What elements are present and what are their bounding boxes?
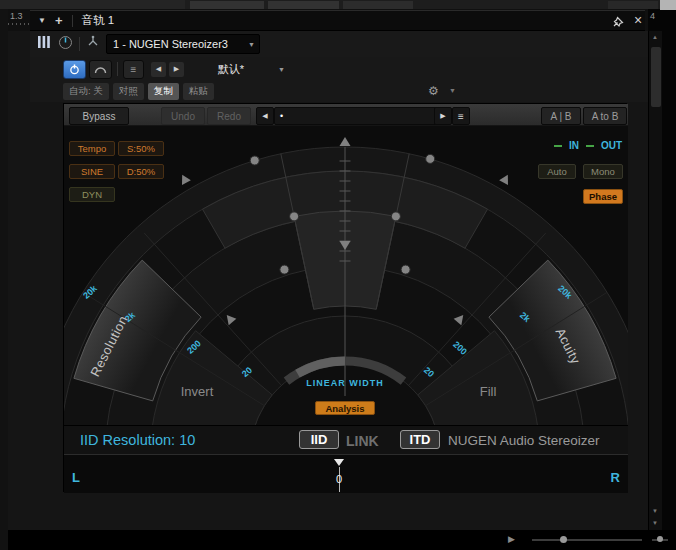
in-led [554,145,562,147]
pan-left-label: L [72,470,80,485]
plugin-slot-row: 1 - NUGEN Stereoizer3 ▼ [30,31,648,57]
top-strip-block [0,0,185,9]
zoom-slider-thumb[interactable] [657,536,663,542]
mixer-icon[interactable] [36,35,52,53]
scrollbar-thumb[interactable] [651,47,661,107]
divider [79,37,80,51]
out-led [586,145,594,147]
scroll-down-icon[interactable]: ▼ [652,508,658,514]
plugin-slot-label: 1 - NUGEN Stereoizer3 [113,38,228,50]
sync-amount-button[interactable]: S:50% [118,141,164,156]
undo-button[interactable]: Undo [161,107,205,125]
depth-amount-button[interactable]: D:50% [118,164,164,179]
itd-button[interactable]: ITD [400,430,440,449]
bypass-icon-button[interactable] [89,60,112,79]
top-strip-block [190,1,264,9]
pan-knob-icon[interactable] [58,35,73,54]
link-button[interactable]: LINK [346,433,379,449]
preset-menu-button[interactable]: ≡ [452,107,470,125]
tempo-button[interactable]: Tempo [69,141,115,156]
h-scrollbar-track[interactable] [532,539,642,541]
pan-strip[interactable]: L R 0 [64,454,628,493]
dyn-button[interactable]: DYN [69,187,115,202]
pan-value: 0 [336,473,342,485]
chevron-down-icon: ▼ [248,41,255,48]
top-strip [0,0,676,9]
scroll-down-icon[interactable]: ▼ [652,520,658,526]
plugin-window: Bypass Undo Redo ◀ • ▶ ≡ A | B A to B [63,103,627,492]
tab-copy[interactable]: 复制 [148,83,179,100]
vertical-scrollbar[interactable]: ▲ ▼ ▼ [648,31,662,530]
pin-icon[interactable] [612,14,625,32]
iid-button[interactable]: IID [299,430,339,449]
ruler-mark-right: 4 [650,11,655,21]
in-label[interactable]: IN [569,140,579,151]
plugin-toolbar: Bypass Undo Redo ◀ • ▶ ≡ A | B A to B [64,104,628,126]
width-mode-label[interactable]: LINEAR WIDTH [306,378,384,388]
parameter-readout: IID Resolution: 10 [80,432,195,448]
redo-button[interactable]: Redo [207,107,251,125]
power-button[interactable] [63,60,86,79]
pan-right-label: R [611,470,620,485]
close-icon[interactable]: × [634,12,642,28]
mono-button[interactable]: Mono [583,164,623,179]
brand-label: NUGEN Audio Stereoizer [448,433,600,448]
invert-label[interactable]: Invert [181,384,214,399]
screen: { "colors": { "accent_cyan": "#3fb6de", … [0,0,676,550]
scroll-up-icon[interactable]: ▲ [652,34,658,40]
ruler-mark-left: 1.3 [10,11,23,21]
preset-name: 默认* [218,62,244,77]
preset-dot: • [280,111,283,121]
a-to-b-button[interactable]: A to B [583,107,627,125]
h-scroll-play-icon[interactable]: ▶ [508,534,515,544]
track-name[interactable]: 音轨 1 [82,13,115,28]
top-strip-block [268,1,339,9]
add-track-icon[interactable]: + [55,13,63,28]
stereoizer-display: Tempo S:50% SINE D:50% DYN IN OUT Auto M… [64,126,628,425]
next-preset-button[interactable]: ▶ [169,62,184,77]
left-edge [0,9,8,550]
gear-icon[interactable]: ⚙ [428,84,439,98]
bypass-button[interactable]: Bypass [69,107,129,125]
tab-paste[interactable]: 粘贴 [183,83,214,100]
top-strip-block [608,1,658,9]
sine-button[interactable]: SINE [69,164,115,179]
auto-button[interactable]: Auto [538,164,576,179]
analysis-button[interactable]: Analysis [315,401,375,415]
tab-compare[interactable]: 对照 [113,83,144,100]
out-label[interactable]: OUT [601,140,622,151]
prev-preset-button[interactable]: ◀ [151,62,166,77]
top-strip-block [343,1,413,9]
ab-compare-button[interactable]: A | B [541,107,581,125]
preset-caret-icon[interactable]: ▼ [278,66,285,73]
preset-prev-button[interactable]: ◀ [256,107,274,125]
io-meters: IN OUT [554,140,622,151]
plugin-status-bar: IID Resolution: 10 IID LINK ITD NUGEN Au… [64,425,628,454]
preset-name-field[interactable]: 默认* [187,61,275,78]
top-strip-corner [660,0,676,10]
preset-display-field[interactable]: • [274,107,439,125]
preset-row: ≡ ◀ ▶ 默认* ▼ [30,57,648,81]
tab-automation[interactable]: 自动: 关 [63,83,109,100]
plugin-slot-select[interactable]: 1 - NUGEN Stereoizer3 ▼ [106,34,260,54]
bottom-bar: ▶ [8,530,676,550]
h-scrollbar-thumb[interactable] [560,536,567,543]
edit-row: 自动: 关 对照 复制 粘贴 ⚙ ▼ [30,81,648,102]
track-header-bar: ▼ + 音轨 1 × [30,10,645,31]
collapse-icon[interactable]: ▼ [38,16,46,25]
phase-button[interactable]: Phase [583,189,623,204]
preset-next-button[interactable]: ▶ [434,107,452,125]
fill-label[interactable]: Fill [480,384,497,399]
divider [117,62,118,76]
settings-caret-icon[interactable]: ▼ [449,87,456,94]
routing-icon[interactable] [86,35,100,53]
divider [72,15,73,27]
pan-marker-triangle[interactable] [334,459,344,466]
event-list-button[interactable]: ≡ [123,60,144,79]
